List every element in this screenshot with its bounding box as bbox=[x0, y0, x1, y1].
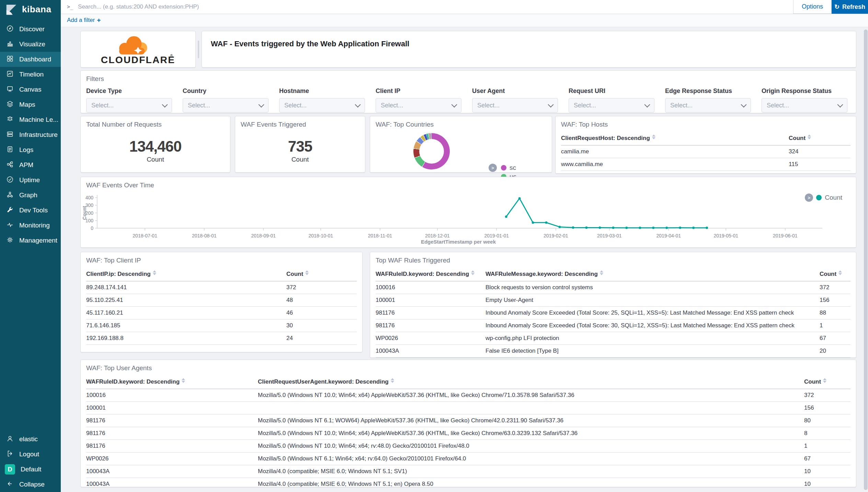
top-waf-rules-title: Top WAF Rules Triggered bbox=[370, 252, 856, 264]
logout-icon bbox=[6, 450, 14, 459]
chevron-down-icon bbox=[741, 102, 747, 107]
infrastructure-icon bbox=[6, 130, 14, 140]
table-cell: 1 bbox=[804, 440, 850, 453]
table-cell: 372 bbox=[804, 389, 850, 402]
table-cell: Inbound Anomaly Score Exceeded (Total Sc… bbox=[486, 307, 820, 319]
table-cell: WP0026 bbox=[86, 453, 258, 465]
top-waf-rules-panel: Top WAF Rules Triggered WAFRuleID.keywor… bbox=[370, 252, 856, 358]
kibana-logo-text: kibana bbox=[22, 4, 51, 15]
sidebar-item-logs[interactable]: Logs bbox=[0, 142, 61, 157]
sidebar-item-logout[interactable]: Logout bbox=[0, 447, 61, 462]
column-header[interactable]: WAFRuleID.keyword: Descending bbox=[86, 374, 258, 389]
search-input[interactable] bbox=[77, 3, 793, 11]
top-user-agents-title: WAF: Top User Agents bbox=[81, 360, 856, 372]
legend-item-sc[interactable]: >sc bbox=[501, 163, 516, 172]
sort-icon bbox=[652, 134, 655, 139]
panel-resize-handle[interactable] bbox=[198, 40, 199, 58]
refresh-button[interactable]: ↻ Refresh bbox=[832, 0, 868, 14]
sidebar-item-visualize[interactable]: Visualize bbox=[0, 37, 61, 52]
svg-text:2018-09-01: 2018-09-01 bbox=[251, 233, 276, 238]
kibana-logo[interactable]: kibana bbox=[0, 0, 61, 19]
table-cell: 156 bbox=[804, 402, 850, 414]
top-hosts-title: WAF: Top Hosts bbox=[556, 116, 856, 128]
user-icon bbox=[6, 435, 14, 444]
column-header[interactable]: ClientRequestHost: Descending bbox=[561, 130, 789, 145]
sidebar-item-elastic[interactable]: elastic bbox=[0, 432, 61, 447]
top-client-ip-panel: WAF: Top Client IP ClientIP.ip: Descendi… bbox=[80, 252, 363, 352]
filter-select-hostname[interactable]: Select... bbox=[279, 98, 365, 113]
filter-select-request-uri[interactable]: Select... bbox=[569, 98, 654, 113]
svg-text:2019-01-01: 2019-01-01 bbox=[484, 233, 509, 238]
sidebar-item-apm[interactable]: APM bbox=[0, 157, 61, 173]
events-over-time-chart: 01002003004002018-07-012018-08-012018-09… bbox=[81, 177, 856, 247]
chevron-down-icon bbox=[355, 102, 361, 107]
column-header[interactable]: ClientIP.ip: Descending bbox=[86, 266, 286, 281]
filter-select-country[interactable]: Select... bbox=[183, 98, 269, 113]
top-waf-rules-table: WAFRuleID.keyword: DescendingWAFRuleMess… bbox=[376, 266, 850, 358]
events-legend-label[interactable]: Count bbox=[825, 194, 842, 201]
column-header[interactable]: Count bbox=[804, 374, 850, 389]
column-header[interactable]: ClientRequestUserAgent.keyword: Descendi… bbox=[258, 374, 804, 389]
top-client-ip-title: WAF: Top Client IP bbox=[81, 252, 362, 264]
chevron-down-icon bbox=[837, 102, 843, 107]
table-row: WP0026Mozilla/5.0 (Windows NT 6.1; Win64… bbox=[86, 453, 850, 465]
filter-select-user-agent[interactable]: Select... bbox=[472, 98, 558, 113]
svg-text:400: 400 bbox=[85, 195, 94, 200]
sidebar-item-dev-tools[interactable]: Dev Tools bbox=[0, 203, 61, 218]
filter-select-origin-response-status[interactable]: Select... bbox=[762, 98, 847, 113]
filter-select-device-type[interactable]: Select... bbox=[86, 98, 172, 113]
table-row: 192.169.188.824 bbox=[86, 332, 357, 345]
sidebar-item-monitoring[interactable]: Monitoring bbox=[0, 218, 61, 233]
sidebar-item-management[interactable]: Management bbox=[0, 233, 61, 248]
dashboard-icon bbox=[6, 55, 14, 64]
legend-swatch bbox=[501, 165, 506, 171]
table-cell: 1 bbox=[820, 319, 850, 332]
table-cell: www.camilia.me bbox=[561, 158, 789, 171]
sidebar-footer: elasticLogoutDDefaultCollapse bbox=[0, 432, 61, 492]
svg-text:2018-08-01: 2018-08-01 bbox=[192, 233, 217, 238]
sidebar-item-maps[interactable]: Maps bbox=[0, 97, 61, 112]
top-countries-donut[interactable] bbox=[413, 133, 450, 169]
events-over-time-panel: WAF Events Over Time 01002003004002018-0… bbox=[80, 177, 856, 248]
apm-icon bbox=[6, 161, 14, 170]
table-cell: 67 bbox=[804, 453, 850, 465]
legend-expand-icon[interactable]: > bbox=[489, 164, 497, 172]
column-header[interactable]: Count bbox=[789, 130, 850, 145]
column-header[interactable]: Count bbox=[820, 266, 850, 281]
sidebar-item-uptime[interactable]: Uptime bbox=[0, 173, 61, 188]
legend-expand-icon[interactable]: > bbox=[805, 194, 813, 202]
filter-select-client-ip[interactable]: Select... bbox=[376, 98, 461, 113]
sidebar-item-dashboard[interactable]: Dashboard bbox=[0, 52, 61, 67]
scrollbar[interactable] bbox=[864, 30, 868, 490]
sort-icon bbox=[808, 134, 811, 139]
column-header[interactable]: Count bbox=[286, 266, 357, 281]
column-header[interactable]: WAFRuleID.keyword: Descending bbox=[376, 266, 486, 281]
scrollbar-thumb[interactable] bbox=[864, 30, 868, 490]
add-filter-link[interactable]: Add a filter + bbox=[67, 16, 101, 24]
table-cell: Block requests to version control system… bbox=[486, 281, 820, 294]
sidebar-item-discover[interactable]: Discover bbox=[0, 22, 61, 37]
sidebar-item-graph[interactable]: Graph bbox=[0, 188, 61, 203]
sidebar-item-default[interactable]: DDefault bbox=[0, 462, 61, 477]
plus-icon: + bbox=[97, 16, 101, 24]
table-cell: 372 bbox=[820, 281, 850, 294]
filter-select-edge-response-status[interactable]: Select... bbox=[665, 98, 751, 113]
maps-icon bbox=[6, 100, 14, 109]
table-cell: Mozilla/4.0 (compatible; MSIE 6.0; Windo… bbox=[258, 465, 804, 478]
table-cell: 981176 bbox=[86, 427, 258, 440]
table-row: 981176Inbound Anomaly Score Exceeded (To… bbox=[376, 319, 850, 332]
collapse-arrow-icon bbox=[6, 480, 14, 489]
table-row: 981176Mozilla/5.0 (Windows NT 10.0; Win6… bbox=[86, 440, 850, 453]
sidebar-item-machine-le[interactable]: Machine Le... bbox=[0, 112, 61, 127]
column-header[interactable]: WAFRuleMessage.keyword: Descending bbox=[486, 266, 820, 281]
sidebar-item-timelion[interactable]: Timelion bbox=[0, 67, 61, 82]
sidebar-item-canvas[interactable]: Canvas bbox=[0, 82, 61, 97]
sidebar-item-infrastructure[interactable]: Infrastructure bbox=[0, 127, 61, 142]
svg-text:2019-05-01: 2019-05-01 bbox=[713, 233, 738, 238]
table-cell: 10 bbox=[804, 478, 850, 488]
table-row: 981176Mozilla/5.0 (Windows NT 6.1; WOW64… bbox=[86, 414, 850, 427]
table-cell: 156 bbox=[820, 294, 850, 307]
table-row: 981176Mozilla/5.0 (Windows NT 10.0; Win6… bbox=[86, 427, 850, 440]
options-button[interactable]: Options bbox=[793, 0, 832, 14]
sidebar-item-collapse[interactable]: Collapse bbox=[0, 477, 61, 492]
